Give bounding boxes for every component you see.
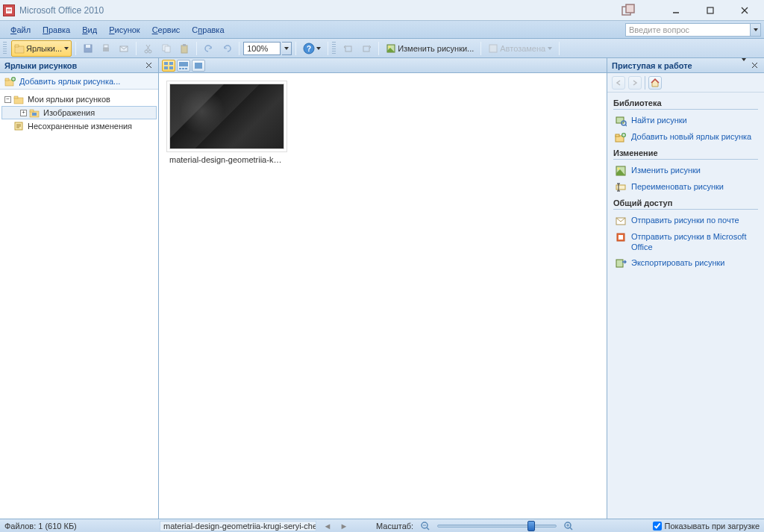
task-pane-header: Приступая к работе xyxy=(607,58,764,73)
task-link[interactable]: Экспортировать рисунки xyxy=(613,255,758,272)
thumbnail-image[interactable] xyxy=(169,84,284,149)
svg-point-62 xyxy=(618,168,620,170)
svg-rect-10 xyxy=(15,45,19,47)
maximize-button[interactable] xyxy=(693,3,727,18)
task-section-heading: Библиотека xyxy=(613,96,758,110)
filmstrip-view-button[interactable] xyxy=(177,60,190,72)
toolbar-grip-2[interactable] xyxy=(332,42,336,55)
menubar: Файл Правка Вид Рисунок Сервис Справка В… xyxy=(0,21,764,39)
svg-rect-14 xyxy=(104,45,108,48)
close-button[interactable] xyxy=(727,3,761,18)
task-link-label: Экспортировать рисунки xyxy=(631,257,724,268)
shortcuts-button[interactable]: Ярлыки... xyxy=(11,40,72,57)
svg-rect-25 xyxy=(363,46,369,51)
status-prev-button[interactable]: ◄ xyxy=(322,521,333,531)
save-button[interactable] xyxy=(80,40,96,57)
task-section-heading: Изменение xyxy=(613,145,758,160)
status-next-button[interactable]: ► xyxy=(339,521,349,531)
tree-node-images[interactable]: + Изображения xyxy=(1,106,157,119)
expand-icon[interactable]: + xyxy=(20,110,27,116)
svg-rect-24 xyxy=(345,46,351,51)
zoom-label: Масштаб: xyxy=(376,522,413,531)
menu-edit[interactable]: Правка xyxy=(37,21,76,38)
cut-button[interactable] xyxy=(140,40,157,57)
task-link[interactable]: Отправить рисунки в Microsoft Office xyxy=(613,229,758,255)
help-button[interactable]: ? xyxy=(300,40,324,57)
svg-rect-2 xyxy=(7,10,11,11)
add-shortcut-link[interactable]: Добавить ярлык рисунка... xyxy=(19,77,120,86)
undo-button[interactable] xyxy=(201,40,217,57)
task-link[interactable]: Изменить рисунки xyxy=(613,163,758,179)
svg-line-77 xyxy=(570,528,572,530)
task-home-button[interactable] xyxy=(648,76,662,90)
help-search-input[interactable]: Введите вопрос xyxy=(625,23,751,37)
show-on-load-checkbox[interactable]: Показывать при загрузке xyxy=(653,522,760,531)
mail-button[interactable] xyxy=(116,40,132,57)
shortcuts-pane-title: Ярлыки рисунков xyxy=(4,61,143,70)
edit-pictures-button[interactable]: Изменить рисунки... xyxy=(383,40,477,57)
tree-node-my-shortcuts[interactable]: − Мои ярлыки рисунков xyxy=(1,93,157,106)
expand-icon[interactable]: − xyxy=(4,96,11,103)
menu-tools[interactable]: Сервис xyxy=(146,21,187,38)
export-icon xyxy=(615,257,627,269)
thumbnail-caption: material-design-geometriia-krugi-... xyxy=(169,155,284,164)
single-view-button[interactable] xyxy=(192,60,205,72)
office-icon xyxy=(615,231,627,243)
thumbnail-item[interactable]: material-design-geometriia-krugi-... xyxy=(169,84,284,164)
svg-line-55 xyxy=(625,125,627,126)
task-pane: Приступая к работе БиблиотекаНайти рисун… xyxy=(607,58,764,519)
paste-button[interactable] xyxy=(176,40,192,57)
task-link[interactable]: Переименовать рисунки xyxy=(613,179,758,195)
task-link[interactable]: Найти рисунки xyxy=(613,113,758,129)
svg-line-73 xyxy=(427,528,429,530)
task-link-label: Отправить рисунки по почте xyxy=(631,215,739,225)
shortcuts-tree: − Мои ярлыки рисунков + Изображения Несо… xyxy=(0,90,158,519)
menu-view[interactable]: Вид xyxy=(76,21,103,38)
add-folder-icon xyxy=(615,131,627,143)
copy-button[interactable] xyxy=(158,40,175,57)
redo-button[interactable] xyxy=(219,40,235,57)
menu-picture[interactable]: Рисунок xyxy=(103,21,146,38)
task-pane-title: Приступая к работе xyxy=(612,61,742,70)
zoom-out-button[interactable] xyxy=(419,520,431,532)
task-back-button[interactable] xyxy=(612,76,625,90)
rotate-left-button[interactable] xyxy=(340,40,357,57)
svg-rect-48 xyxy=(182,68,184,69)
minimize-button[interactable] xyxy=(659,3,692,18)
content-pane: material-design-geometriia-krugi-... xyxy=(159,58,607,519)
svg-rect-47 xyxy=(179,68,181,69)
zoom-dropdown[interactable] xyxy=(282,42,292,55)
task-pane-close[interactable] xyxy=(749,60,760,71)
app-icon xyxy=(3,4,15,16)
autocorrect-button[interactable]: Автозамена xyxy=(485,40,555,57)
menu-help[interactable]: Справка xyxy=(186,21,230,38)
rotate-right-button[interactable] xyxy=(358,40,375,57)
document-windows-icon[interactable] xyxy=(620,3,636,18)
svg-rect-42 xyxy=(164,62,168,65)
shortcuts-pane-close[interactable] xyxy=(143,60,154,71)
tree-node-unsaved[interactable]: Несохраненные изменения xyxy=(1,119,157,133)
zoom-slider-thumb[interactable] xyxy=(527,521,535,531)
show-on-load-input[interactable] xyxy=(653,522,662,531)
task-link[interactable]: Добавить новый ярлык рисунка xyxy=(613,129,758,145)
shortcuts-pane: Ярлыки рисунков Добавить ярлык рисунка..… xyxy=(0,58,159,519)
menu-file[interactable]: Файл xyxy=(4,21,37,38)
svg-rect-49 xyxy=(185,68,187,69)
thumbnails-area[interactable]: material-design-geometriia-krugi-... xyxy=(159,73,607,519)
edit-picture-icon xyxy=(615,165,627,177)
zoom-slider[interactable] xyxy=(437,525,557,528)
toolbar-grip[interactable] xyxy=(3,42,7,55)
svg-rect-4 xyxy=(626,4,634,13)
print-button[interactable] xyxy=(98,40,114,57)
task-link[interactable]: Отправить рисунки по почте xyxy=(613,213,758,229)
status-file-count: Файлов: 1 (610 КБ) xyxy=(4,522,154,531)
zoom-value[interactable]: 100% xyxy=(243,42,281,55)
task-pane-menu[interactable] xyxy=(742,61,746,70)
task-forward-button[interactable] xyxy=(628,76,642,90)
thumbnails-view-button[interactable] xyxy=(162,60,175,72)
zoom-in-button[interactable] xyxy=(563,520,574,532)
svg-rect-53 xyxy=(616,117,624,123)
svg-rect-39 xyxy=(30,110,34,112)
svg-rect-44 xyxy=(164,66,168,69)
help-search-dropdown[interactable] xyxy=(751,23,761,37)
